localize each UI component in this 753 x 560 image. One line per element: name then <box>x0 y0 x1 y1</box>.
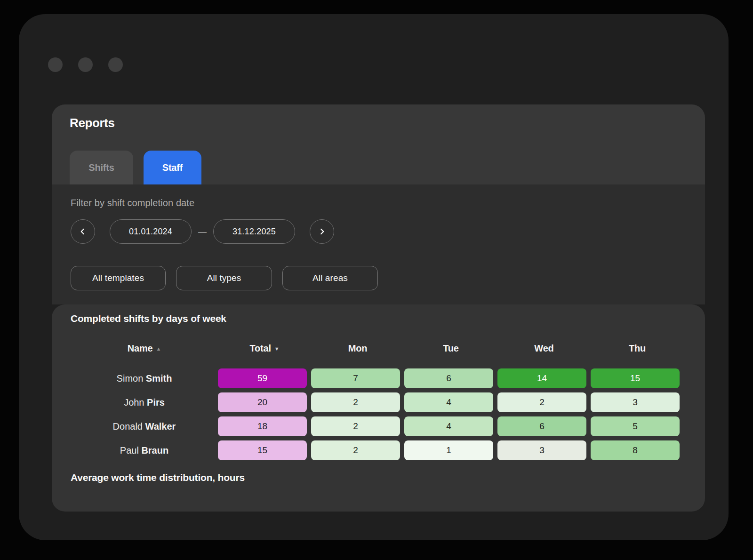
filter-button-all-templates[interactable]: All templates <box>71 266 166 290</box>
tab-bar: ShiftsStaff <box>70 151 201 184</box>
sort-asc-icon: ▲ <box>156 346 161 352</box>
first-name: Simon <box>117 373 146 384</box>
column-label: Tue <box>443 343 458 353</box>
value-cell-wed: 3 <box>497 440 586 460</box>
first-name: Paul <box>120 445 142 456</box>
value-cell-total: 59 <box>218 368 307 388</box>
table-body: Simon Smith59761415John Pirs202423Donald… <box>71 368 684 464</box>
column-header-name[interactable]: Name▲ <box>71 343 218 354</box>
cell-wrap: 59 <box>218 368 311 388</box>
last-name: Pirs <box>147 397 165 408</box>
sort-desc-icon: ▼ <box>274 346 280 352</box>
cell-wrap: 2 <box>497 392 591 412</box>
date-to-input[interactable]: 31.12.2025 <box>213 219 295 244</box>
filter-buttons: All templatesAll typesAll areas <box>71 266 378 290</box>
table-row-simon-smith: Simon Smith59761415 <box>71 368 684 388</box>
cell-wrap: 2 <box>311 392 404 412</box>
value-cell-mon: 2 <box>311 392 400 412</box>
last-name: Smith <box>146 373 172 384</box>
reports-header: Reports ShiftsStaff <box>52 104 705 184</box>
chevron-left-icon <box>79 227 87 236</box>
first-name: John <box>124 397 147 408</box>
cell-wrap: 6 <box>404 368 497 388</box>
value-cell-total: 15 <box>218 440 307 460</box>
staff-name: Paul Braun <box>71 440 218 460</box>
value-cell-mon: 2 <box>311 416 400 436</box>
app-window: Reports ShiftsStaff Filter by shift comp… <box>19 14 729 540</box>
table-header-row: Name▲Total▼MonTueWedThu <box>71 343 684 354</box>
cell-wrap: 3 <box>497 440 591 460</box>
value-cell-wed: 6 <box>497 416 586 436</box>
date-from-input[interactable]: 01.01.2024 <box>110 219 192 244</box>
report-panel: Completed shifts by days of week Name▲To… <box>52 304 705 512</box>
page-title: Reports <box>70 116 114 130</box>
tab-shifts[interactable]: Shifts <box>70 151 133 184</box>
filter-button-all-areas[interactable]: All areas <box>282 266 378 290</box>
column-header-thu: Thu <box>591 343 684 354</box>
column-label: Wed <box>534 343 553 353</box>
cell-wrap: 2 <box>311 416 404 436</box>
cell-wrap: 15 <box>591 368 684 388</box>
chevron-right-icon <box>318 227 326 236</box>
prev-period-button[interactable] <box>71 219 95 244</box>
next-section-title: Average work time distribution, hours <box>71 472 245 483</box>
cell-wrap: 2 <box>311 440 404 460</box>
value-cell-thu: 15 <box>591 368 680 388</box>
window-dot-1[interactable] <box>48 57 63 72</box>
filter-section: Filter by shift completion date 01.01.20… <box>52 184 705 304</box>
cell-wrap: 8 <box>591 440 684 460</box>
value-cell-wed: 14 <box>497 368 586 388</box>
cell-wrap: 4 <box>404 392 497 412</box>
column-header-tue: Tue <box>404 343 497 354</box>
next-period-button[interactable] <box>310 219 334 244</box>
value-cell-mon: 7 <box>311 368 400 388</box>
column-label: Thu <box>629 343 646 353</box>
value-cell-tue: 6 <box>404 368 493 388</box>
tab-staff[interactable]: Staff <box>144 151 201 184</box>
date-range-controls: 01.01.2024 — 31.12.2025 <box>71 219 334 244</box>
value-cell-total: 18 <box>218 416 307 436</box>
first-name: Donald <box>113 421 145 432</box>
cell-wrap: 18 <box>218 416 311 436</box>
cell-wrap: 3 <box>591 392 684 412</box>
column-label: Name <box>128 343 153 353</box>
column-header-total[interactable]: Total▼ <box>218 343 311 354</box>
staff-name: John Pirs <box>71 392 218 412</box>
table-row-john-pirs: John Pirs202423 <box>71 392 684 412</box>
table-row-paul-braun: Paul Braun152138 <box>71 440 684 460</box>
staff-name: Simon Smith <box>71 368 218 388</box>
window-dot-3[interactable] <box>108 57 123 72</box>
value-cell-wed: 2 <box>497 392 586 412</box>
cell-wrap: 20 <box>218 392 311 412</box>
value-cell-tue: 1 <box>404 440 493 460</box>
value-cell-tue: 4 <box>404 392 493 412</box>
cell-wrap: 15 <box>218 440 311 460</box>
value-cell-thu: 5 <box>591 416 680 436</box>
date-range-separator: — <box>197 227 208 237</box>
filter-label: Filter by shift completion date <box>71 198 194 208</box>
cell-wrap: 6 <box>497 416 591 436</box>
cell-wrap: 14 <box>497 368 591 388</box>
last-name: Braun <box>141 445 168 456</box>
cell-wrap: 7 <box>311 368 404 388</box>
column-label: Total <box>250 343 271 353</box>
column-header-wed: Wed <box>497 343 591 354</box>
report-title: Completed shifts by days of week <box>71 313 226 324</box>
column-label: Mon <box>348 343 368 353</box>
cell-wrap: 4 <box>404 416 497 436</box>
window-dot-2[interactable] <box>78 57 93 72</box>
column-header-mon: Mon <box>311 343 404 354</box>
value-cell-total: 20 <box>218 392 307 412</box>
value-cell-thu: 3 <box>591 392 680 412</box>
value-cell-tue: 4 <box>404 416 493 436</box>
filter-button-all-types[interactable]: All types <box>176 266 272 290</box>
cell-wrap: 1 <box>404 440 497 460</box>
cell-wrap: 5 <box>591 416 684 436</box>
value-cell-mon: 2 <box>311 440 400 460</box>
table-row-donald-walker: Donald Walker182465 <box>71 416 684 436</box>
last-name: Walker <box>145 421 176 432</box>
staff-name: Donald Walker <box>71 416 218 436</box>
reports-layout: Reports ShiftsStaff Filter by shift comp… <box>52 104 705 512</box>
value-cell-thu: 8 <box>591 440 680 460</box>
window-controls <box>48 57 123 72</box>
